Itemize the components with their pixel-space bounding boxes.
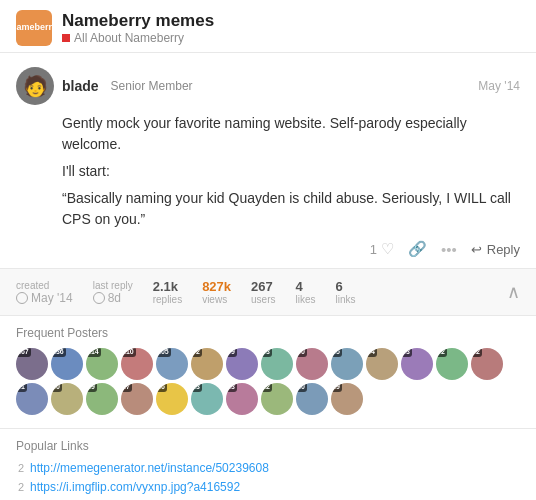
- poster-avatar[interactable]: 33: [401, 348, 433, 380]
- poster-avatar[interactable]: 30: [51, 383, 83, 415]
- stat-last-reply: last reply 8d: [93, 280, 133, 305]
- stat-likes-label: likes: [296, 294, 316, 305]
- stat-views-label: views: [202, 294, 227, 305]
- poster-avatar[interactable]: 105: [156, 348, 188, 380]
- stat-created-label: created: [16, 280, 49, 291]
- stat-links: 6 links: [336, 279, 356, 305]
- heart-icon[interactable]: ♡: [381, 240, 394, 258]
- poster-avatar[interactable]: 32: [471, 348, 503, 380]
- poster-avatar[interactable]: 59: [226, 348, 258, 380]
- poster-avatar[interactable]: 31: [16, 383, 48, 415]
- stat-created: created May '14: [16, 280, 73, 305]
- page-title: Nameberry memes: [62, 11, 214, 31]
- category-indicator: [62, 34, 70, 42]
- post-meta: 🧑 blade Senior Member May '14: [16, 67, 520, 105]
- post-body: Gently mock your favorite naming website…: [62, 113, 520, 258]
- posters-row: 1671361141101057259434035343332323130292…: [16, 348, 520, 415]
- stat-likes-value: 4: [296, 279, 303, 294]
- stat-replies: 2.1k replies: [153, 279, 182, 305]
- stat-created-value: May '14: [16, 291, 73, 305]
- poster-avatar[interactable]: 23: [226, 383, 258, 415]
- stat-replies-label: replies: [153, 294, 182, 305]
- poster-avatar[interactable]: 20: [296, 383, 328, 415]
- poster-avatar[interactable]: 167: [16, 348, 48, 380]
- stats-bar: created May '14 last reply 8d 2.1k repli…: [0, 269, 536, 316]
- collapse-icon[interactable]: ∧: [507, 281, 520, 303]
- poster-avatar[interactable]: 32: [436, 348, 468, 380]
- like-number: 1: [370, 242, 377, 257]
- link-url[interactable]: http://memegenerator.net/instance/502396…: [30, 461, 269, 475]
- stats-left: created May '14 last reply 8d 2.1k repli…: [16, 279, 356, 305]
- poster-avatar[interactable]: 22: [261, 383, 293, 415]
- post-role: Senior Member: [111, 79, 193, 93]
- popular-links-section: Popular Links 2http://memegenerator.net/…: [0, 429, 536, 500]
- reply-label: Reply: [487, 242, 520, 257]
- page-header: name berry Nameberry memes All About Nam…: [0, 0, 536, 53]
- poster-avatar[interactable]: 27: [121, 383, 153, 415]
- category-label[interactable]: All About Nameberry: [74, 31, 184, 45]
- frequent-posters-title: Frequent Posters: [16, 326, 520, 340]
- clock-icon: [93, 292, 105, 304]
- stat-replies-value: 2.1k: [153, 279, 178, 294]
- calendar-icon: [16, 292, 28, 304]
- link-count: 2: [16, 481, 24, 493]
- header-text: Nameberry memes All About Nameberry: [62, 11, 214, 45]
- poster-avatar[interactable]: 136: [51, 348, 83, 380]
- logo-line1: name: [11, 23, 35, 33]
- reply-button[interactable]: ↩ Reply: [471, 242, 520, 257]
- link-count: 2: [16, 462, 24, 474]
- poster-avatar[interactable]: 43: [261, 348, 293, 380]
- post-quote: “Basically naming your kid Quayden is ch…: [62, 188, 520, 230]
- stat-links-value: 6: [336, 279, 343, 294]
- poster-avatar[interactable]: 35: [331, 348, 363, 380]
- post-author[interactable]: blade: [62, 78, 99, 94]
- frequent-posters-section: Frequent Posters 16713611411010572594340…: [0, 316, 536, 429]
- poster-avatar[interactable]: 19: [331, 383, 363, 415]
- breadcrumb: All About Nameberry: [62, 31, 214, 45]
- post-text-1: Gently mock your favorite naming website…: [62, 113, 520, 155]
- stat-last-reply-value: 8d: [93, 291, 121, 305]
- list-item: 2http://memegenerator.net/instance/50239…: [16, 461, 520, 475]
- poster-avatar[interactable]: 110: [121, 348, 153, 380]
- poster-avatar[interactable]: 72: [191, 348, 223, 380]
- reply-arrow-icon: ↩: [471, 242, 482, 257]
- stat-users-value: 267: [251, 279, 273, 294]
- poster-avatar[interactable]: 40: [296, 348, 328, 380]
- poster-avatar[interactable]: 23: [191, 383, 223, 415]
- poster-avatar[interactable]: 34: [366, 348, 398, 380]
- stat-views-value: 827k: [202, 279, 231, 294]
- post-text-2: I'll start:: [62, 161, 520, 182]
- poster-avatar[interactable]: 26: [156, 383, 188, 415]
- link-icon[interactable]: 🔗: [408, 240, 427, 258]
- poster-avatar[interactable]: 114: [86, 348, 118, 380]
- link-url[interactable]: https://i.imgflip.com/vyxnp.jpg?a416592: [30, 480, 240, 494]
- like-count: 1 ♡: [370, 240, 394, 258]
- site-logo[interactable]: name berry: [16, 10, 52, 46]
- stat-users-label: users: [251, 294, 275, 305]
- popular-links-title: Popular Links: [16, 439, 520, 453]
- post-actions: 1 ♡ 🔗 ••• ↩ Reply: [62, 240, 520, 258]
- avatar: 🧑: [16, 67, 54, 105]
- list-item: 2https://i.imgflip.com/vyxnp.jpg?a416592: [16, 480, 520, 494]
- stat-links-label: links: [336, 294, 356, 305]
- stat-users: 267 users: [251, 279, 275, 305]
- stat-views: 827k views: [202, 279, 231, 305]
- more-icon[interactable]: •••: [441, 241, 457, 258]
- stat-likes: 4 likes: [296, 279, 316, 305]
- logo-line2: berry: [35, 23, 58, 33]
- post-container: 🧑 blade Senior Member May '14 Gently moc…: [0, 53, 536, 269]
- poster-avatar[interactable]: 29: [86, 383, 118, 415]
- post-author-row: 🧑 blade Senior Member: [16, 67, 193, 105]
- stat-last-reply-label: last reply: [93, 280, 133, 291]
- post-date: May '14: [478, 79, 520, 93]
